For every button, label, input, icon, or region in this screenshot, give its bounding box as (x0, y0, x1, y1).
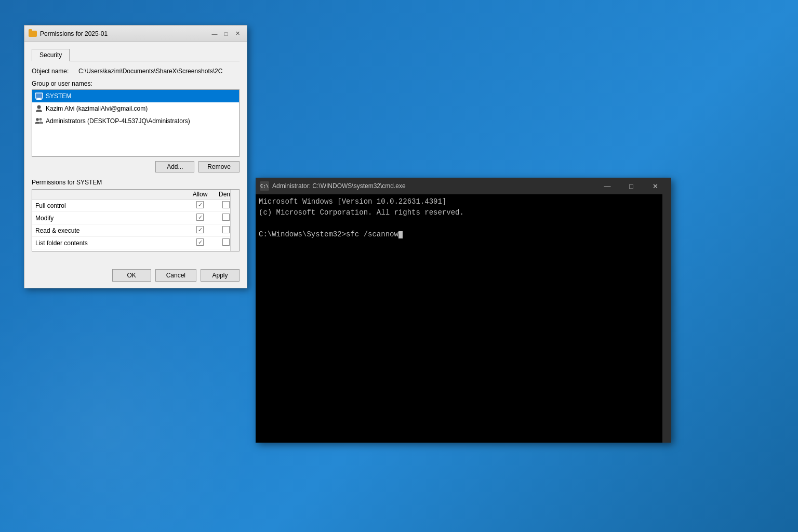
perm-name-readexecute: Read & execute (32, 224, 187, 237)
permissions-table-wrapper: Allow Deny Full control Modify (32, 189, 240, 251)
cmd-line2: (c) Microsoft Corporation. All rights re… (259, 207, 668, 218)
perm-allow-modify[interactable] (187, 212, 213, 224)
perm-col-allow: Allow (187, 190, 213, 200)
users-list[interactable]: SYSTEM Kazim Alvi (kazimaliAlvi@gmail.co… (32, 89, 240, 157)
cmd-command: sfc /scannow (346, 230, 398, 238)
group-icon (34, 117, 44, 125)
maximize-button[interactable]: □ (221, 29, 231, 39)
dialog-content: Security Object name: C:\Users\kazim\Doc… (24, 42, 247, 265)
object-name-value: C:\Users\kazim\Documents\ShareX\Screensh… (78, 68, 240, 75)
perm-allow-listfolder[interactable] (187, 237, 213, 249)
cmd-title: Administrator: C:\WINDOWS\system32\cmd.e… (272, 182, 595, 190)
person-icon (34, 104, 44, 113)
cmd-icon: C:\ (260, 181, 269, 191)
cmd-blank-line (259, 218, 668, 229)
table-row: Modify (32, 212, 239, 224)
svg-rect-1 (36, 94, 42, 98)
tab-security[interactable]: Security (32, 49, 70, 61)
svg-rect-2 (37, 98, 41, 99)
object-name-label: Object name: (32, 68, 78, 75)
permissions-scrollbar[interactable] (230, 190, 239, 251)
perm-name-fullcontrol: Full control (32, 200, 187, 212)
close-button[interactable]: ✕ (232, 29, 243, 39)
permissions-table: Allow Deny Full control Modify (32, 190, 239, 251)
cmd-scrollbar[interactable] (662, 194, 671, 443)
svg-point-6 (39, 118, 42, 121)
dialog-footer: OK Cancel Apply (24, 265, 247, 288)
dialog-title: Permissions for 2025-01 (40, 30, 208, 37)
perm-allow-fullcontrol[interactable] (187, 200, 213, 212)
cmd-cursor (398, 231, 403, 238)
add-button[interactable]: Add... (155, 161, 194, 172)
cmd-minimize-button[interactable]: — (595, 178, 619, 194)
table-row: Read & execute (32, 224, 239, 237)
user-btn-row: Add... Remove (32, 161, 240, 172)
perm-name-modify: Modify (32, 212, 187, 224)
user-item-admins[interactable]: Administrators (DESKTOP-4L537JQ\Administ… (32, 115, 239, 127)
table-row: List folder contents (32, 237, 239, 249)
user-item-system[interactable]: SYSTEM (32, 90, 239, 102)
svg-rect-3 (36, 99, 42, 100)
folder-icon (29, 30, 37, 37)
svg-point-5 (36, 118, 39, 121)
cmd-titlebar: C:\ Administrator: C:\WINDOWS\system32\c… (256, 178, 671, 194)
remove-button[interactable]: Remove (198, 161, 240, 172)
user-name-admins: Administrators (DESKTOP-4L537JQ\Administ… (46, 117, 190, 125)
user-item-kazim[interactable]: Kazim Alvi (kazimaliAlvi@gmail.com) (32, 102, 239, 115)
object-name-row: Object name: C:\Users\kazim\Documents\Sh… (32, 68, 240, 75)
cmd-content[interactable]: Microsoft Windows [Version 10.0.22631.43… (256, 194, 671, 443)
group-label: Group or user names: (32, 80, 240, 87)
cmd-close-button[interactable]: ✕ (643, 178, 667, 194)
permissions-titlebar: Permissions for 2025-01 — □ ✕ (24, 25, 247, 42)
minimize-button[interactable]: — (209, 29, 220, 39)
cancel-button[interactable]: Cancel (155, 269, 196, 282)
user-name-system: SYSTEM (46, 92, 71, 100)
cmd-window: C:\ Administrator: C:\WINDOWS\system32\c… (256, 178, 671, 443)
perm-allow-read[interactable] (187, 249, 213, 252)
cmd-prompt-line: C:\Windows\System32>sfc /scannow (259, 229, 668, 240)
perm-name-read: Read (32, 249, 187, 252)
table-row: Read (32, 249, 239, 252)
tab-strip: Security (32, 48, 240, 61)
permissions-dialog: Permissions for 2025-01 — □ ✕ Security O… (24, 25, 247, 288)
system-icon (34, 92, 44, 100)
apply-button[interactable]: Apply (201, 269, 240, 282)
cmd-prompt-path: C:\Windows\System32> (259, 230, 346, 238)
ok-button[interactable]: OK (112, 269, 151, 282)
perm-allow-readexecute[interactable] (187, 224, 213, 237)
table-row: Full control (32, 200, 239, 212)
user-name-kazim: Kazim Alvi (kazimaliAlvi@gmail.com) (46, 105, 148, 112)
cmd-line1: Microsoft Windows [Version 10.0.22631.43… (259, 196, 668, 207)
svg-point-4 (37, 105, 41, 109)
permissions-for-label: Permissions for SYSTEM (32, 179, 240, 186)
cmd-maximize-button[interactable]: □ (619, 178, 643, 194)
perm-col-name (32, 190, 187, 200)
perm-name-listfolder: List folder contents (32, 237, 187, 249)
